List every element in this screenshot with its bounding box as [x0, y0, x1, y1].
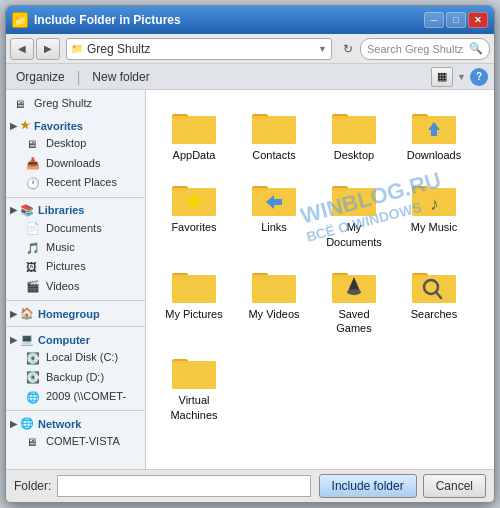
svg-rect-30: [172, 275, 216, 303]
sidebar-videos-label: Videos: [46, 279, 79, 294]
address-bar[interactable]: 📁 Greg Shultz ▼: [66, 38, 332, 60]
sidebar-item-desktop[interactable]: 🖥 Desktop: [6, 134, 145, 153]
view-button[interactable]: ▦: [431, 67, 453, 87]
list-item[interactable]: AppData: [158, 102, 230, 166]
file-name: Saved Games: [320, 307, 388, 336]
sidebar-pictures-label: Pictures: [46, 259, 86, 274]
list-item[interactable]: Searches: [398, 261, 470, 340]
pictures-icon: 🖼: [26, 260, 42, 274]
sidebar-item-local-disk[interactable]: 💽 Local Disk (C:): [6, 348, 145, 367]
view-dropdown-icon[interactable]: ▼: [457, 72, 466, 82]
folder-icon: [170, 265, 218, 305]
sidebar-item-comet[interactable]: 🖥 COMET-VISTA: [6, 432, 145, 451]
favorites-expand-icon: ▶: [10, 121, 17, 131]
list-item[interactable]: ♪ My Music: [398, 174, 470, 253]
action-buttons: Include folder Cancel: [319, 474, 486, 498]
music-icon: 🎵: [26, 241, 42, 255]
sidebar-item-downloads[interactable]: 📥 Downloads: [6, 154, 145, 173]
toolbar-right: ▦ ▼ ?: [431, 67, 488, 87]
svg-point-38: [347, 289, 361, 295]
title-bar-controls: ─ □ ✕: [424, 12, 488, 28]
folder-icon: [330, 265, 378, 305]
network-icon: 🌐: [20, 417, 34, 430]
minimize-button[interactable]: ─: [424, 12, 444, 28]
sidebar-item-documents[interactable]: 📄 Documents: [6, 219, 145, 238]
organize-button[interactable]: Organize: [12, 68, 69, 86]
sidebar-item-recent-places[interactable]: 🕐 Recent Places: [6, 173, 145, 192]
computer-label: Computer: [38, 334, 90, 346]
sidebar-item-music[interactable]: 🎵 Music: [6, 238, 145, 257]
computer-expand-icon: ▶: [10, 335, 17, 345]
close-button[interactable]: ✕: [468, 12, 488, 28]
title-bar: 📁 Include Folder in Pictures ─ □ ✕: [6, 6, 494, 34]
sidebar-root-label: Greg Shultz: [34, 96, 92, 111]
file-name: Links: [261, 220, 287, 234]
maximize-button[interactable]: □: [446, 12, 466, 28]
help-button[interactable]: ?: [470, 68, 488, 86]
folder-icon: ♪: [410, 178, 458, 218]
folder-svg: ♪: [410, 178, 458, 218]
list-item[interactable]: My Documents: [318, 174, 390, 253]
main-window: 📁 Include Folder in Pictures ─ □ ✕ ◀ ▶ 📁…: [5, 5, 495, 503]
libraries-group: ▶ 📚 Libraries 📄 Documents 🎵 Music 🖼 Pict…: [6, 202, 145, 297]
list-item[interactable]: Virtual Machines: [158, 347, 230, 426]
list-item[interactable]: Downloads: [398, 102, 470, 166]
homegroup-header[interactable]: ▶ 🏠 Homegroup: [6, 305, 145, 322]
svg-rect-41: [412, 275, 456, 303]
main-content: 🖥 Greg Shultz ▶ ★ Favorites 🖥 Desktop 📥 …: [6, 90, 494, 469]
sidebar-downloads-label: Downloads: [46, 156, 100, 171]
svg-rect-8: [332, 116, 376, 144]
sidebar-item-network-drive[interactable]: 🌐 2009 (\\COMET-: [6, 387, 145, 406]
list-item[interactable]: My Pictures: [158, 261, 230, 340]
search-bar[interactable]: Search Greg Shultz 🔍: [360, 38, 490, 60]
file-name: Virtual Machines: [160, 393, 228, 422]
libraries-header[interactable]: ▶ 📚 Libraries: [6, 202, 145, 219]
back-button[interactable]: ◀: [10, 38, 34, 60]
svg-rect-33: [252, 275, 296, 303]
favorites-header[interactable]: ▶ ★ Favorites: [6, 117, 145, 134]
sidebar-item-backup[interactable]: 💽 Backup (D:): [6, 368, 145, 387]
network-expand-icon: ▶: [10, 419, 17, 429]
list-item[interactable]: Links: [238, 174, 310, 253]
sidebar-divider-1: [6, 197, 145, 198]
network-label: Network: [38, 418, 81, 430]
folder-icon: [250, 106, 298, 146]
computer-icon: 💻: [20, 333, 34, 346]
file-grid: AppData Contacts: [154, 98, 486, 430]
folder-input[interactable]: [57, 475, 310, 497]
computer-header[interactable]: ▶ 💻 Computer: [6, 331, 145, 348]
svg-rect-46: [172, 361, 216, 389]
network-drive-icon: 🌐: [26, 390, 42, 404]
folder-svg: [330, 106, 378, 146]
address-folder-icon: 📁: [71, 43, 83, 54]
favorites-label: Favorites: [34, 120, 83, 132]
list-item[interactable]: Favorites: [158, 174, 230, 253]
sidebar: 🖥 Greg Shultz ▶ ★ Favorites 🖥 Desktop 📥 …: [6, 90, 146, 469]
folder-svg: [410, 265, 458, 305]
cancel-button[interactable]: Cancel: [423, 474, 486, 498]
network-header[interactable]: ▶ 🌐 Network: [6, 415, 145, 432]
svg-rect-23: [332, 188, 376, 216]
search-icon[interactable]: 🔍: [469, 42, 483, 55]
folder-svg: [170, 351, 218, 391]
list-item[interactable]: Desktop: [318, 102, 390, 166]
backup-icon: 💽: [26, 370, 42, 384]
sidebar-divider-3: [6, 326, 145, 327]
list-item[interactable]: My Videos: [238, 261, 310, 340]
computer-group: ▶ 💻 Computer 💽 Local Disk (C:) 💽 Backup …: [6, 331, 145, 406]
include-folder-button[interactable]: Include folder: [319, 474, 417, 498]
list-item[interactable]: Contacts: [238, 102, 310, 166]
address-dropdown-icon[interactable]: ▼: [318, 44, 327, 54]
second-toolbar: Organize | New folder ▦ ▼ ?: [6, 64, 494, 90]
sidebar-item-videos[interactable]: 🎬 Videos: [6, 277, 145, 296]
refresh-button[interactable]: ↻: [338, 38, 358, 60]
sidebar-item-root[interactable]: 🖥 Greg Shultz: [6, 94, 145, 113]
window-icon: 📁: [12, 12, 28, 28]
comet-icon: 🖥: [26, 435, 42, 449]
forward-button[interactable]: ▶: [36, 38, 60, 60]
sidebar-item-pictures[interactable]: 🖼 Pictures: [6, 257, 145, 276]
new-folder-button[interactable]: New folder: [88, 68, 153, 86]
folder-icon: [250, 265, 298, 305]
homegroup-label: Homegroup: [38, 308, 100, 320]
list-item[interactable]: Saved Games: [318, 261, 390, 340]
